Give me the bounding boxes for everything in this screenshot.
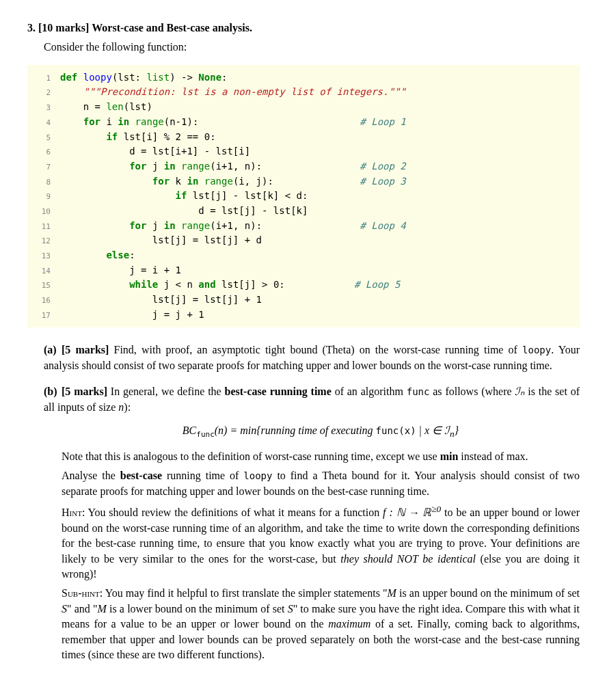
code-content: for j in range(i+1, n): # Loop 2 [60, 159, 580, 174]
part-b: (b)[5 marks] In general, we define the b… [44, 384, 580, 662]
code-line: 10 d = lst[j] - lst[k] [27, 204, 580, 219]
code-line: 6 d = lst[i+1] - lst[i] [27, 144, 580, 159]
subhint-d: is a lower bound on the minimum of set [107, 603, 288, 615]
hint-f: f : ℕ → ℝ≥0 [383, 507, 441, 518]
line-number: 14 [27, 265, 60, 277]
code-line: 9 if lst[j] - lst[k] < d: [27, 189, 580, 204]
line-number: 6 [27, 146, 60, 158]
part-b-note1-tail: instead of max. [458, 450, 528, 462]
part-b-intro1: In general, we define the [107, 386, 224, 397]
subhint-a: You may find it helpful to first transla… [103, 587, 387, 599]
code-content: lst[j] = lst[j] + 1 [60, 293, 580, 308]
part-a: (a)[5 marks] Find, with proof, an asympt… [44, 342, 580, 373]
code-content: j = i + 1 [60, 263, 580, 278]
code-content: n = len(lst) [60, 100, 580, 115]
code-line: 4 for i in range(n-1): # Loop 1 [27, 115, 580, 130]
part-b-para2b: running time of [162, 470, 243, 481]
part-b-formula: BCfunc(n) = min{running time of executin… [62, 423, 580, 441]
code-content: def loopy(lst: list) -> None: [60, 70, 580, 85]
part-b-code-func: func [407, 386, 430, 397]
part-b-intro5: ): [124, 401, 131, 413]
code-line: 5 if lst[i] % 2 == 0: [27, 130, 580, 145]
code-line: 8 for k in range(i, j): # Loop 3 [27, 174, 580, 189]
code-content: if lst[j] - lst[k] < d: [60, 189, 580, 204]
line-number: 16 [27, 295, 60, 306]
part-b-para2a: Analyse the [62, 470, 120, 481]
subhint-m1: M [388, 587, 396, 599]
code-line: 16 lst[j] = lst[j] + 1 [27, 293, 580, 308]
part-b-bold1: best-case running time [225, 386, 332, 397]
part-a-marks: [5 marks] [62, 344, 109, 355]
line-number: 9 [27, 191, 60, 202]
line-number: 11 [27, 221, 60, 232]
max-italic: maximum [328, 618, 370, 630]
part-a-label: (a) [44, 342, 62, 358]
line-number: 3 [27, 102, 60, 113]
part-b-bold-min: min [440, 450, 459, 462]
question-marks: [10 marks] [38, 22, 89, 33]
question-header: 3. [10 marks] Worst-case and Best-case a… [27, 21, 580, 36]
code-line: 14 j = i + 1 [27, 263, 580, 278]
code-line: 1def loopy(lst: list) -> None: [27, 70, 580, 85]
line-number: 1 [27, 72, 60, 84]
part-b-label: (b) [44, 384, 62, 399]
code-content: else: [60, 248, 580, 263]
part-a-code-word: loopy [522, 345, 551, 355]
subhint-b: is an upper bound on the minimum of set [396, 587, 580, 599]
code-content: for j in range(i+1, n): # Loop 4 [60, 219, 580, 234]
code-content: d = lst[j] - lst[k] [60, 204, 580, 219]
part-a-text1: Find, with proof, an asymptotic tight bo… [109, 344, 522, 355]
line-number: 2 [27, 87, 60, 98]
code-line: 7 for j in range(i+1, n): # Loop 2 [27, 159, 580, 174]
part-b-note1: Note that this is analogous to the defin… [62, 450, 440, 462]
line-number: 5 [27, 132, 60, 144]
subhint-s1: S [62, 603, 67, 615]
part-b-marks: [5 marks] [62, 386, 107, 397]
code-line: 11 for j in range(i+1, n): # Loop 4 [27, 219, 580, 234]
code-line: 3 n = len(lst) [27, 100, 580, 115]
code-content: for i in range(n-1): # Loop 1 [60, 115, 580, 130]
subhint-s2: S [288, 603, 293, 615]
line-number: 4 [27, 117, 60, 129]
code-block: 1def loopy(lst: list) -> None:2 """Preco… [27, 65, 580, 328]
line-number: 8 [27, 176, 60, 188]
hint-italic: they should NOT be identical [340, 553, 476, 565]
part-b-bold-bc: best-case [120, 470, 162, 481]
subhint-label: Sub-hint: [62, 587, 103, 599]
question-number: 3. [27, 22, 36, 33]
line-number: 12 [27, 235, 60, 247]
code-content: """Precondition: lst is a non-empty list… [60, 85, 580, 100]
part-b-code-loopy: loopy [243, 470, 272, 481]
code-content: for k in range(i, j): # Loop 3 [60, 174, 580, 189]
code-content: lst[j] = lst[j] + d [60, 233, 580, 248]
question-title: Worst-case and Best-case analysis. [92, 22, 252, 33]
part-b-intro2: of an algorithm [332, 386, 407, 397]
question-intro: Consider the following function: [44, 40, 580, 55]
code-line: 17 j = j + 1 [27, 308, 580, 323]
code-content: if lst[i] % 2 == 0: [60, 130, 580, 145]
hint-a: You should review the definitions of wha… [85, 507, 383, 518]
code-line: 12 lst[j] = lst[j] + d [27, 233, 580, 248]
code-content: d = lst[i+1] - lst[i] [60, 144, 580, 159]
line-number: 13 [27, 250, 60, 262]
code-line: 2 """Precondition: lst is a non-empty li… [27, 85, 580, 100]
subhint-c: " and " [67, 603, 98, 615]
line-number: 7 [27, 161, 60, 173]
part-b-invar: ℐₙ [515, 386, 524, 397]
part-b-intro3: as follows (where [429, 386, 515, 397]
code-line: 13 else: [27, 248, 580, 263]
line-number: 10 [27, 206, 60, 217]
line-number: 15 [27, 280, 60, 291]
code-content: while j < n and lst[j] > 0: # Loop 5 [60, 278, 580, 293]
code-line: 15 while j < n and lst[j] > 0: # Loop 5 [27, 278, 580, 293]
hint-label: Hint: [62, 507, 85, 518]
line-number: 17 [27, 310, 60, 321]
subhint-m2: M [98, 603, 107, 615]
code-content: j = j + 1 [60, 308, 580, 323]
